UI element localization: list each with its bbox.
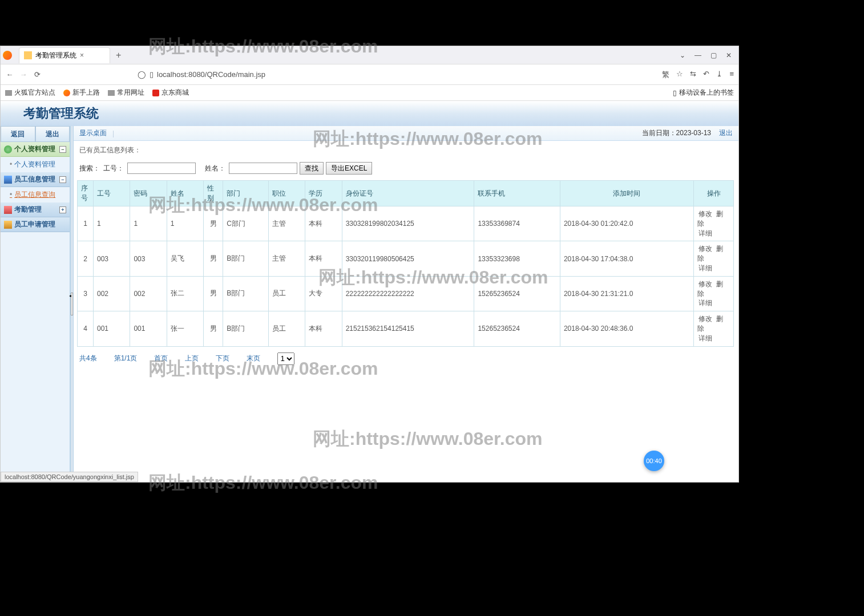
collapse-icon[interactable]: − (59, 176, 66, 183)
detail-link[interactable]: 详细 (699, 299, 712, 307)
sidebar-group-employee[interactable]: 员工信息管理 − (1, 172, 70, 187)
cell-ops: 修改 删除详细 (694, 206, 734, 241)
table-row: 1111男C部门主管本科3303281998020341251335336987… (78, 206, 734, 241)
browser-tab[interactable]: 考勤管理系统 × (19, 47, 110, 63)
breadcrumb: 显示桌面 | 当前日期：2023-03-13 退出 (74, 126, 738, 141)
jd-icon (152, 90, 159, 96)
detail-link[interactable]: 详细 (699, 334, 712, 342)
address-bar: ← → ⟳ ◯ ▯ localhost:8080/QRCode/main.jsp… (1, 64, 738, 85)
cell-pos: 员工 (268, 311, 305, 346)
search-label: 搜索： (79, 164, 100, 173)
sidebar-group-attendance[interactable]: 考勤管理 + (1, 202, 70, 217)
cell-ops: 修改 删除详细 (694, 276, 734, 311)
col-header: 身份证号 (342, 181, 474, 206)
cell-pos: 主管 (268, 241, 305, 276)
pager-prev[interactable]: 上页 (185, 354, 199, 363)
pager-last[interactable]: 末页 (247, 354, 260, 363)
edit-link[interactable]: 修改 (699, 280, 712, 288)
tab-close-icon[interactable]: × (80, 51, 84, 59)
cell-dept: B部门 (223, 241, 269, 276)
tab-title: 考勤管理系统 (35, 51, 76, 60)
cell-seq: 3 (78, 276, 94, 311)
download-icon[interactable]: ⤓ (716, 70, 722, 80)
col-header: 性别 (204, 181, 223, 206)
window-minimize-icon[interactable]: — (695, 51, 701, 59)
pager-page: 第1/1页 (114, 354, 138, 363)
cell-time: 2018-04-30 21:31:21.0 (560, 276, 693, 311)
col-header: 部门 (223, 181, 269, 206)
sidebar-back-button[interactable]: 返回 (1, 126, 35, 142)
edit-link[interactable]: 修改 (699, 245, 712, 253)
cell-seq: 2 (78, 241, 94, 276)
sidebar-group-apply[interactable]: 员工申请管理 (1, 217, 70, 232)
bookmark-bar: 火狐官方站点 新手上路 常用网址 京东商城 ▯移动设备上的书签 (1, 85, 738, 101)
cell-idc: 222222222222222222 (342, 276, 474, 311)
cell-tel: 15265236524 (474, 311, 560, 346)
pager-next[interactable]: 下页 (216, 354, 229, 363)
cell-idc: 330328199802034125 (342, 206, 474, 241)
nav-reload-icon[interactable]: ⟳ (33, 70, 42, 79)
expand-icon[interactable]: + (59, 206, 66, 213)
chart-icon (4, 176, 12, 184)
detail-link[interactable]: 详细 (699, 229, 712, 237)
history-icon[interactable]: ↶ (703, 70, 709, 80)
logout-link[interactable]: 退出 (719, 128, 733, 138)
search-button[interactable]: 查找 (300, 162, 324, 175)
col-header: 操作 (694, 181, 734, 206)
browser-window: 考勤管理系统 × + ⌄ — ▢ ✕ ← → ⟳ ◯ ▯ localhost:8… (0, 46, 739, 483)
cell-idc: 215215362154125415 (342, 311, 474, 346)
bookmark-item[interactable]: 京东商城 (152, 88, 189, 98)
cell-pwd: 1 (130, 206, 167, 241)
collapse-icon[interactable]: − (59, 146, 66, 153)
cell-time: 2018-04-30 20:48:36.0 (560, 311, 693, 346)
detail-link[interactable]: 详细 (699, 264, 712, 272)
tabs-chevron-icon[interactable]: ⌄ (680, 51, 685, 59)
sidebar-item-profile[interactable]: 个人资料管理 (1, 157, 70, 172)
gh-input[interactable] (127, 163, 196, 174)
sidebar-item-employee-query[interactable]: 员工信息查询 (1, 187, 70, 202)
cell-sex: 男 (204, 276, 223, 311)
breadcrumb-home[interactable]: 显示桌面 (79, 128, 107, 138)
window-maximize-icon[interactable]: ▢ (710, 51, 717, 59)
cell-pwd: 003 (130, 241, 167, 276)
cell-ops: 修改 删除详细 (694, 241, 734, 276)
gh-label: 工号： (103, 164, 124, 173)
export-excel-button[interactable]: 导出EXCEL (326, 162, 372, 175)
table-row: 3002002张二男B部门员工大专22222222222222222215265… (78, 276, 734, 311)
translate-icon[interactable]: 繁 (662, 70, 669, 80)
pager-select[interactable]: 1 (277, 352, 294, 365)
new-tab-button[interactable]: + (116, 50, 121, 60)
sidebar-group-profile[interactable]: 个人资料管理 − (1, 142, 70, 157)
cell-edu: 大专 (305, 276, 342, 311)
edit-link[interactable]: 修改 (699, 315, 712, 323)
app-header: 考勤管理系统 (1, 101, 738, 126)
cell-sex: 男 (204, 241, 223, 276)
cell-idc: 330320119980506425 (342, 241, 474, 276)
extension-icon[interactable]: ⇆ (690, 70, 696, 80)
current-date-label: 当前日期：2023-03-13 (642, 128, 711, 138)
col-header: 联系手机 (474, 181, 560, 206)
nav-forward-icon[interactable]: → (19, 70, 28, 79)
cell-pos: 员工 (268, 276, 305, 311)
pager-first[interactable]: 首页 (154, 354, 168, 363)
folder-icon (108, 90, 115, 96)
cell-dept: B部门 (223, 311, 269, 346)
cell-gh: 001 (94, 311, 130, 346)
url-field[interactable]: ◯ ▯ localhost:8080/QRCode/main.jsp (46, 70, 657, 79)
menu-icon[interactable]: ≡ (729, 70, 734, 80)
table-row: 2003003吴飞男B部门主管本科33032011998050642513353… (78, 241, 734, 276)
bookmark-item[interactable]: 火狐官方站点 (5, 88, 55, 98)
lock-icon: ▯ (150, 70, 154, 79)
bookmark-item[interactable]: 常用网址 (108, 88, 144, 98)
cell-pos: 主管 (268, 206, 305, 241)
bookmark-mobile[interactable]: ▯移动设备上的书签 (673, 88, 734, 98)
nav-back-icon[interactable]: ← (5, 70, 14, 79)
edit-link[interactable]: 修改 (699, 210, 712, 218)
bookmark-item[interactable]: 新手上路 (63, 88, 100, 98)
window-close-icon[interactable]: ✕ (726, 51, 732, 59)
bookmark-star-icon[interactable]: ☆ (676, 70, 683, 80)
xm-input[interactable] (229, 163, 297, 174)
sidebar-exit-button[interactable]: 退出 (35, 126, 70, 142)
col-header: 职位 (268, 181, 305, 206)
col-header: 添加时间 (560, 181, 693, 206)
